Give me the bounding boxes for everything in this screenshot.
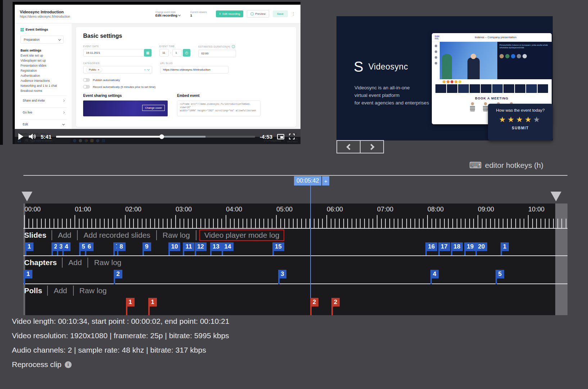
slide-marker-8[interactable]: 8 [117, 242, 125, 255]
embed-code-box[interactable]: <iframe src="//demo.videosync.fi/introdu… [177, 100, 261, 116]
marker-flag[interactable]: 14 [222, 242, 234, 251]
more-menu-icon[interactable]: ⋮ [291, 12, 295, 16]
slide-marker-12[interactable]: 12 [195, 242, 207, 255]
marker-flag[interactable]: 20 [475, 242, 487, 251]
video-player-mode-log-button[interactable]: Video player mode log [199, 229, 285, 241]
clock-icon[interactable]: ◴ [183, 49, 190, 57]
event-date-field[interactable]: 19.11.2021 [83, 49, 144, 57]
star-empty-icon[interactable]: ★ [533, 115, 542, 124]
marker-flag[interactable]: 5 [496, 270, 504, 278]
slide-marker-20[interactable]: 20 [475, 242, 487, 255]
slide-marker-13[interactable]: 13 [210, 242, 222, 255]
sidebar-item-event-site[interactable]: Event site set up [21, 53, 72, 58]
sidebar-item-authentication[interactable]: Authentication [21, 73, 72, 78]
close-icon[interactable]: × [98, 68, 99, 71]
next-slide-button[interactable] [360, 140, 384, 153]
slide-marker-17[interactable]: 17 [438, 242, 450, 255]
trim-end-handle[interactable] [551, 192, 561, 201]
clear-icon[interactable]: × [144, 68, 146, 71]
marker-flag[interactable]: 1 [126, 298, 134, 307]
polls-add-button[interactable]: Add [48, 286, 73, 295]
duration-field[interactable]: 02:00 [198, 50, 236, 57]
poll-marker-1[interactable]: 1 [126, 298, 134, 315]
sidebar-item-registration[interactable]: Registration [21, 68, 72, 73]
chapter-marker-4[interactable]: 4 [430, 270, 439, 284]
time-minute-field[interactable]: 1 [172, 49, 182, 57]
chapters-raw-log-button[interactable]: Raw log [88, 258, 127, 267]
sidebar-item-edit[interactable]: Edit [21, 119, 67, 129]
slide-marker-16[interactable]: 16 [425, 242, 437, 255]
slide-marker-1[interactable]: 1 [25, 242, 33, 255]
slides-raw-log-button[interactable]: Raw log [157, 231, 196, 240]
change-cover-button[interactable]: Change cover [142, 105, 165, 111]
time-hour-field[interactable]: 11 [159, 49, 169, 57]
marker-flag[interactable]: 3 [278, 270, 286, 278]
add-recorded-slides-button[interactable]: Add recorded slides [78, 231, 156, 240]
chapter-marker-3[interactable]: 3 [278, 270, 286, 284]
marker-flag[interactable]: 17 [438, 242, 450, 251]
sidebar-item-presentation-slides[interactable]: Presentation slides [21, 63, 72, 68]
edit-recording-button[interactable]: ≡Edit recording [216, 10, 243, 17]
marker-flag[interactable]: 13 [210, 242, 222, 251]
sidebar-item-go-live[interactable]: Go live [21, 107, 67, 117]
add-at-playhead-button[interactable]: + [322, 176, 329, 185]
url-slug-field[interactable]: https://demo.videosync.fi/introduction [160, 66, 229, 73]
editor-hotkeys[interactable]: ⌨ editor hotkeys (h) [469, 161, 543, 170]
slide-marker-18[interactable]: 18 [451, 242, 463, 255]
sidebar-item-videoplayer[interactable]: Videoplayer set up [21, 58, 72, 63]
star-rating[interactable]: ★★★★★ [492, 115, 549, 124]
marker-flag[interactable]: 4 [62, 242, 71, 251]
chapter-marker-2[interactable]: 2 [114, 270, 122, 284]
marker-flag[interactable]: 11 [183, 242, 194, 251]
poll-marker-2[interactable]: 2 [331, 298, 340, 315]
preview-button[interactable]: Preview [247, 10, 269, 18]
polls-raw-log-button[interactable]: Raw log [74, 286, 113, 295]
slide-marker-6[interactable]: 6 [85, 242, 93, 255]
submit-button[interactable]: SUBMIT [492, 126, 549, 130]
marker-flag[interactable]: 2 [114, 270, 122, 278]
star-filled-icon[interactable]: ★ [507, 115, 516, 124]
progress-bar[interactable] [56, 136, 255, 138]
marker-flag[interactable]: 2 [310, 298, 318, 307]
fullscreen-icon[interactable] [289, 134, 295, 139]
marker-flag[interactable]: 12 [195, 242, 207, 251]
marker-flag[interactable]: 2 [331, 298, 340, 307]
record-toggle[interactable] [83, 85, 90, 89]
volume-icon[interactable] [28, 133, 36, 140]
marker-flag[interactable]: 19 [464, 242, 476, 251]
slide-marker-19[interactable]: 19 [464, 242, 476, 255]
sidebar-item-networking[interactable]: Networking and 1 to 1 chat [21, 83, 72, 88]
poll-marker-2[interactable]: 2 [310, 298, 318, 315]
playhead-line[interactable] [310, 185, 311, 315]
marker-flag[interactable]: 1 [501, 242, 509, 251]
sidebar-item-basic-settings[interactable]: Basic settings [21, 48, 72, 53]
previous-slide-button[interactable] [336, 140, 361, 153]
marker-flag[interactable]: 6 [85, 242, 93, 251]
save-button[interactable]: Save [273, 10, 288, 17]
publish-toggle[interactable] [83, 78, 90, 82]
chapters-add-button[interactable]: Add [63, 258, 87, 267]
slide-marker-11[interactable]: 11 [183, 242, 194, 255]
preparation-dropdown[interactable]: Preparation [21, 36, 64, 44]
state-dropdown[interactable]: Edit recording [155, 14, 180, 17]
slide-marker-4[interactable]: 4 [62, 242, 71, 255]
slide-marker-9[interactable]: 9 [143, 242, 151, 255]
chapter-marker-5[interactable]: 5 [496, 270, 504, 284]
star-filled-icon[interactable]: ★ [516, 115, 525, 124]
marker-flag[interactable]: 8 [117, 242, 125, 251]
time-ruler[interactable]: 00:0001:0002:0003:0004:0005:0006:0007:00… [23, 204, 567, 229]
star-filled-icon[interactable]: ★ [499, 115, 507, 124]
info-icon[interactable]: i [65, 361, 72, 368]
slide-marker-10[interactable]: 10 [168, 242, 180, 255]
marker-flag[interactable]: 4 [430, 270, 439, 278]
sidebar-item-breakout-rooms[interactable]: Breakout rooms [21, 88, 72, 93]
slides-add-button[interactable]: Add [52, 231, 77, 240]
marker-flag[interactable]: 1 [148, 298, 157, 307]
marker-flag[interactable]: 18 [451, 242, 463, 251]
marker-flag[interactable]: 10 [168, 242, 180, 251]
trim-start-handle[interactable] [22, 192, 32, 201]
slide-marker-15[interactable]: 15 [272, 242, 284, 255]
slide-marker-14[interactable]: 14 [222, 242, 234, 255]
poll-marker-1[interactable]: 1 [148, 298, 157, 315]
marker-flag[interactable]: 1 [25, 242, 33, 251]
